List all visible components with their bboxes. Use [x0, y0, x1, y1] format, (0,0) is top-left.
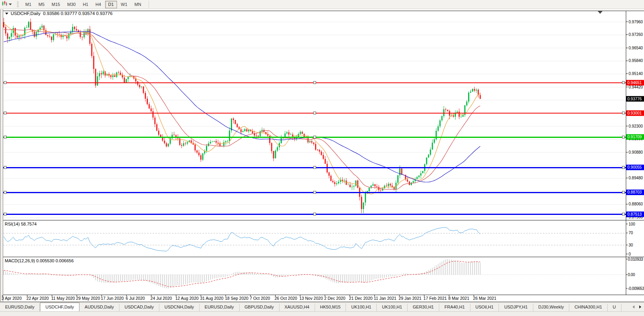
tab-scroll-left-icon [633, 305, 635, 308]
mt4-terminal: { "toolbar": { "timeframes": ["M1","M5",… [0, 0, 644, 316]
timeframe-button-m5[interactable]: M5 [35, 1, 47, 8]
line-handle[interactable] [622, 191, 625, 194]
tab-hk50-m15[interactable]: HK50,M15 [315, 304, 346, 311]
timeframe-button-m15[interactable]: M15 [49, 1, 63, 8]
tab-usdcad-daily[interactable]: USDCAD,Daily [119, 304, 159, 311]
line-handle[interactable] [314, 136, 316, 138]
line-handle[interactable] [622, 112, 625, 114]
line-handle[interactable] [4, 213, 6, 215]
date-label: 6 Jul 2020 [126, 296, 145, 301]
tab-xauusd-h4[interactable]: XAUUSD,H4 [280, 304, 315, 311]
line-handle[interactable] [622, 136, 625, 138]
date-label: 2 Dec 2020 [324, 296, 346, 301]
date-label: 11 May 2020 [51, 296, 75, 301]
date-label: 26 Mar 2021 [473, 296, 497, 301]
tab-gbpusd-daily[interactable]: GBPUSD,Daily [240, 304, 280, 311]
collapse-icon[interactable] [5, 13, 8, 15]
date-label: 22 Apr 2020 [26, 296, 49, 301]
status-bar [0, 311, 644, 316]
tab-strip: EURUSD,DailyUSDCHF,DailyAUDUSD,DailyUSDC… [0, 303, 621, 311]
timeframe-button-m30[interactable]: M30 [64, 1, 79, 8]
line-handle[interactable] [314, 213, 316, 215]
macd-tick-label: 0.00 [628, 273, 635, 277]
top-toolbar: M1M5M15M30H1H4D1W1MN [0, 0, 644, 9]
timeframe-group: M1M5M15M30H1H4D1W1MN [22, 0, 145, 9]
macd-indicator-label: MACD(12,26,9) 0.005530 0.006656 [5, 258, 74, 263]
chevron-down-icon [9, 4, 12, 5]
timeframe-button-m1[interactable]: M1 [22, 1, 34, 8]
line-handle[interactable] [622, 213, 625, 215]
tab-usoil-h1[interactable]: USOil,H1 [470, 304, 499, 311]
timeframe-button-mn[interactable]: MN [131, 1, 144, 8]
chart-type-button[interactable] [0, 0, 13, 8]
timeframe-button-h4[interactable]: H4 [92, 1, 104, 8]
tab-audusd-daily[interactable]: AUDUSD,Daily [79, 304, 119, 311]
line-handle[interactable] [314, 112, 316, 114]
tab-u[interactable]: U [608, 304, 621, 311]
macd-tick-label: 0.010933 [628, 257, 643, 261]
price-tick-label: 0.97260 [629, 32, 643, 37]
price-badge-label: 0.93776 [627, 97, 642, 101]
tab-usdjpy-h1[interactable]: USDJPY,H1 [499, 304, 533, 311]
date-label: 7 Oct 2020 [250, 296, 270, 301]
price-tick-label: 0.88060 [629, 202, 643, 206]
price-badge-label: 0.93001 [627, 111, 642, 115]
date-label: 24 Jul 2020 [151, 296, 172, 301]
chart-title-text: USDCHF,Daily 0.93586 0.93777 0.93574 0.9… [11, 11, 113, 16]
tab-scroll-right-icon [639, 305, 641, 308]
line-handle[interactable] [314, 81, 316, 84]
tab-fra40-h1[interactable]: FRA40,H1 [439, 304, 470, 311]
timeframe-button-w1[interactable]: W1 [118, 1, 131, 8]
chart-title: USDCHF,Daily 0.93586 0.93777 0.93574 0.9… [5, 11, 113, 16]
date-label: 26 Oct 2020 [275, 296, 297, 301]
date-label: 17 Jun 2020 [101, 296, 124, 301]
toolbar-grip[interactable] [17, 2, 19, 7]
line-handle[interactable] [4, 166, 6, 169]
line-handle[interactable] [4, 136, 6, 138]
line-handle[interactable] [622, 166, 625, 169]
price-badge-label: 0.88703 [627, 190, 642, 194]
macd-tick-label: -0.009653 [628, 286, 644, 291]
tab-uk100-h1[interactable]: UK100,H1 [377, 304, 408, 311]
date-label: 29 Jan 2021 [398, 296, 421, 301]
rsi-tick-label: 0 [629, 252, 631, 256]
toolbar-separator [149, 1, 149, 8]
date-label: 29 May 2020 [76, 296, 100, 301]
tab-uk100-h1[interactable]: UK100,H1 [346, 304, 377, 311]
price-tick-label: 0.97960 [629, 20, 643, 24]
price-tick-label: 0.89480 [629, 176, 643, 180]
price-badge-label: 0.91709 [627, 135, 642, 139]
candlestick-chart-icon [2, 1, 8, 8]
rsi-tick-label: 30 [629, 243, 633, 247]
price-tick-label: 0.95140 [629, 71, 643, 76]
rsi-indicator-label: RSI(14) 58.7574 [5, 222, 37, 226]
timeframe-button-d1[interactable]: D1 [105, 1, 117, 8]
price-tick-label: 0.92300 [629, 124, 643, 128]
tab-ger30-h1[interactable]: GER30,H1 [408, 304, 439, 311]
line-handle[interactable] [314, 166, 316, 169]
chart-background [0, 9, 644, 302]
tab-usdchf-daily[interactable]: USDCHF,Daily [40, 303, 79, 311]
price-tick-label: 0.96540 [629, 46, 643, 50]
date-label: 3 Apr 2020 [2, 296, 22, 301]
line-handle[interactable] [4, 191, 6, 194]
date-label: 17 Feb 2021 [423, 296, 447, 301]
line-handle[interactable] [4, 81, 6, 84]
tab-scroll-right-button[interactable] [637, 304, 643, 310]
date-label: 21 Dec 2020 [349, 296, 373, 301]
tab-scroll-left-button[interactable] [631, 304, 636, 310]
tab-scroll-buttons [631, 304, 643, 310]
tab-dj30-weekly[interactable]: DJ30,Weekly [533, 304, 570, 311]
price-tick-label: 0.90880 [629, 150, 643, 154]
line-handle[interactable] [4, 112, 6, 114]
price-badge-label: 0.90055 [627, 165, 642, 169]
tab-usdcnh-daily[interactable]: USDCNH,Daily [159, 304, 200, 311]
rsi-tick-label: 70 [629, 231, 633, 235]
tab-eurusd-daily[interactable]: EURUSD,Daily [0, 304, 40, 311]
line-handle[interactable] [622, 81, 625, 84]
tab-eurusd-daily[interactable]: EURUSD,Daily [200, 304, 240, 311]
tab-china300-h1[interactable]: CHINA300,H1 [569, 304, 608, 311]
rsi-tick-label: 100 [629, 222, 635, 226]
timeframe-button-h1[interactable]: H1 [79, 1, 91, 8]
line-handle[interactable] [314, 191, 316, 194]
